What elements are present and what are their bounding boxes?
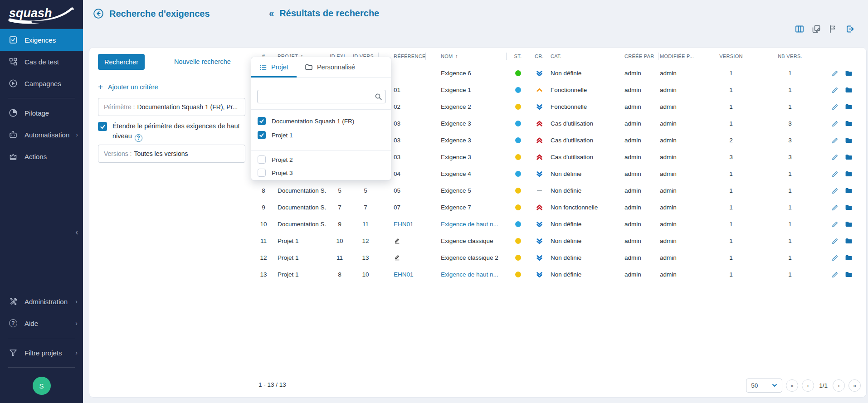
table-row-11[interactable]: 11Projet 11012Exigence classiqueNon défi… bbox=[251, 233, 866, 249]
column-label: CAT. bbox=[551, 53, 561, 59]
chevron-right-icon: › bbox=[76, 131, 78, 138]
columns-icon[interactable] bbox=[794, 24, 805, 34]
prev-page-button[interactable]: ‹ bbox=[802, 379, 814, 392]
extend-scope-checkbox[interactable] bbox=[98, 122, 107, 131]
table-row-10[interactable]: 10Documentation S...911EHN01Exigence de … bbox=[251, 216, 866, 233]
perimeter-field[interactable]: Périmètre : Documentation Squash 1 (FR),… bbox=[98, 98, 245, 116]
ref-value[interactable]: EHN01 bbox=[394, 221, 414, 228]
versions-field[interactable]: Versions : Toutes les versions bbox=[98, 145, 245, 163]
nb_versions-value: 1 bbox=[788, 187, 792, 194]
edit-pencil-icon[interactable] bbox=[828, 86, 842, 94]
edit-pencil-icon[interactable] bbox=[828, 120, 842, 127]
column-header-nom[interactable]: NOM↑ bbox=[425, 48, 506, 65]
edit-pencil-icon[interactable] bbox=[828, 103, 842, 111]
page-size-select[interactable]: 50 bbox=[746, 379, 782, 393]
checkbox-checked-icon[interactable] bbox=[258, 117, 266, 125]
sidebar-item-exigences[interactable]: Exigences bbox=[0, 29, 83, 51]
column-header-modified_by[interactable]: MODIFIÉE P... bbox=[658, 48, 705, 65]
edit-pencil-icon[interactable] bbox=[828, 153, 842, 161]
user-avatar[interactable]: S bbox=[33, 377, 51, 395]
folder-icon[interactable] bbox=[842, 120, 855, 127]
cell-st bbox=[506, 149, 530, 165]
criticality-minor-icon bbox=[530, 216, 549, 233]
mass-edit-icon[interactable] bbox=[811, 24, 822, 34]
edit-pencil-icon[interactable] bbox=[828, 254, 842, 262]
column-header-version[interactable]: VERSION bbox=[705, 48, 757, 65]
squash-logo[interactable]: squash bbox=[0, 0, 83, 29]
folder-icon[interactable] bbox=[842, 153, 855, 161]
sidebar-item-campagnes[interactable]: Campagnes bbox=[0, 73, 83, 94]
table-row-13[interactable]: 13Projet 1810EHN01Exigence de haut n...N… bbox=[251, 266, 866, 283]
folder-icon[interactable] bbox=[842, 103, 855, 111]
next-page-button[interactable]: › bbox=[833, 379, 845, 392]
project-search-input[interactable] bbox=[261, 91, 370, 102]
folder-icon[interactable] bbox=[842, 86, 855, 94]
sidebar-item-administration[interactable]: Administration› bbox=[0, 291, 83, 312]
ref-value[interactable]: EHN01 bbox=[394, 271, 414, 278]
sidebar-item-filtre-projets[interactable]: Filtre projets› bbox=[0, 342, 83, 364]
nb_versions-value: 1 bbox=[788, 221, 792, 228]
cell-id_exi: 9 bbox=[327, 216, 353, 233]
table-row-8[interactable]: 8Documentation S...5505Exigence 5Non déf… bbox=[251, 182, 866, 199]
project-option-projet-3[interactable]: Projet 3 bbox=[258, 167, 293, 179]
folder-icon[interactable] bbox=[842, 271, 855, 278]
edit-pencil-icon[interactable] bbox=[828, 69, 842, 77]
edit-pencil-icon[interactable] bbox=[828, 271, 842, 278]
checkbox-checked-icon[interactable] bbox=[258, 131, 266, 139]
flag-icon[interactable] bbox=[828, 24, 839, 34]
folder-icon[interactable] bbox=[842, 69, 855, 77]
edit-reference-icon[interactable] bbox=[394, 254, 400, 262]
folder-icon[interactable] bbox=[842, 237, 855, 245]
page-title: Recherche d'exigences bbox=[109, 9, 210, 19]
sidebar-item-automatisation[interactable]: Automatisation› bbox=[0, 124, 83, 146]
edit-pencil-icon[interactable] bbox=[828, 237, 842, 245]
edit-reference-icon[interactable] bbox=[394, 237, 400, 245]
project-option-projet-2[interactable]: Projet 2 bbox=[258, 154, 293, 165]
column-header-st[interactable]: ST. bbox=[506, 48, 530, 65]
collapse-results-icon[interactable]: « bbox=[269, 8, 274, 19]
column-header-actions[interactable] bbox=[823, 48, 865, 65]
sidebar-item-aide[interactable]: ?Aide› bbox=[0, 312, 83, 334]
back-icon[interactable] bbox=[93, 8, 104, 19]
column-header-cr[interactable]: CR. bbox=[530, 48, 549, 65]
nb_versions-value: 3 bbox=[788, 137, 792, 144]
tab-personnalise[interactable]: Personnalisé bbox=[297, 57, 363, 77]
edit-pencil-icon[interactable] bbox=[828, 220, 842, 228]
folder-icon[interactable] bbox=[842, 170, 855, 178]
add-criterion-button[interactable]: + Ajouter un critère bbox=[98, 82, 158, 92]
nom-value[interactable]: Exigence de haut n... bbox=[441, 221, 498, 228]
checkbox-unchecked-icon[interactable] bbox=[258, 169, 266, 177]
new-search-link[interactable]: Nouvelle recherche bbox=[174, 58, 231, 65]
column-header-created_by[interactable]: CRÉÉE PAR bbox=[623, 48, 658, 65]
sidebar-item-pilotage[interactable]: Pilotage bbox=[0, 102, 83, 124]
export-icon[interactable] bbox=[844, 24, 855, 34]
folder-icon[interactable] bbox=[842, 136, 855, 144]
edit-pencil-icon[interactable] bbox=[828, 204, 842, 211]
folder-icon[interactable] bbox=[842, 220, 855, 228]
folder-icon[interactable] bbox=[842, 187, 855, 194]
table-row-9[interactable]: 9Documentation S...7707Exigence 7Non fon… bbox=[251, 199, 866, 216]
sidebar-collapse-chevron[interactable]: ‹ bbox=[75, 227, 78, 237]
project-option-documentation-squash-1-fr-[interactable]: Documentation Squash 1 (FR) bbox=[258, 115, 354, 127]
sidebar-item-cas-de-test[interactable]: Cas de test bbox=[0, 51, 83, 73]
nb_versions-value: 1 bbox=[788, 271, 792, 278]
edit-pencil-icon[interactable] bbox=[828, 170, 842, 178]
column-header-cat[interactable]: CAT. bbox=[549, 48, 623, 65]
project-option-projet-1[interactable]: Projet 1 bbox=[258, 129, 293, 141]
tab-projet[interactable]: Projet bbox=[251, 57, 297, 77]
help-icon[interactable]: ? bbox=[135, 134, 142, 142]
nom-value[interactable]: Exigence de haut n... bbox=[441, 271, 498, 278]
checkbox-unchecked-icon[interactable] bbox=[258, 155, 266, 164]
first-page-button[interactable]: « bbox=[786, 379, 798, 392]
folder-icon[interactable] bbox=[842, 204, 855, 211]
last-page-button[interactable]: » bbox=[848, 379, 861, 392]
edit-pencil-icon[interactable] bbox=[828, 136, 842, 144]
status-dot-yellow bbox=[515, 272, 521, 277]
search-button[interactable]: Rechercher bbox=[98, 54, 145, 70]
sidebar-item-actions[interactable]: Actions bbox=[0, 146, 83, 167]
edit-pencil-icon[interactable] bbox=[828, 187, 842, 194]
folder-icon[interactable] bbox=[842, 254, 855, 262]
table-row-12[interactable]: 12Projet 11113Exigence classique 2Non dé… bbox=[251, 249, 866, 266]
project-option-label: Projet 3 bbox=[272, 170, 293, 176]
column-header-nb_versions[interactable]: NB VERS. bbox=[757, 48, 823, 65]
